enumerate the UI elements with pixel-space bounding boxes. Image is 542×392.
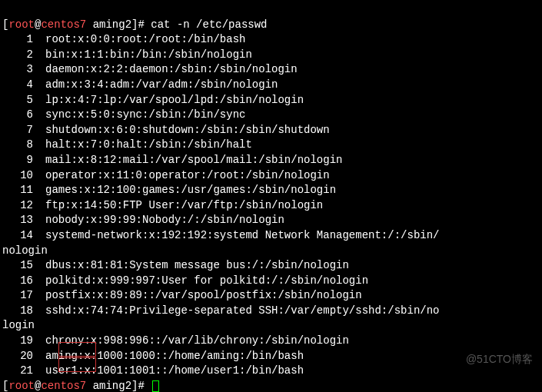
wrapped-line: login: [2, 318, 540, 334]
output-line: 1root:x:0:0:root:/root:/bin/bash: [2, 32, 540, 48]
line-number: 7: [2, 123, 45, 138]
line-number: 10: [2, 168, 45, 184]
line-content: root:x:0:0:root:/root:/bin/bash: [45, 33, 245, 45]
line-content: sshd:x:74:74:Privilege-separated SSH:/va…: [45, 304, 439, 317]
line-number: 14: [2, 228, 45, 244]
line-number: 20: [2, 349, 45, 364]
wrapped-line: nologin: [2, 244, 540, 259]
watermark: @51CTO博客: [466, 352, 533, 367]
line-number: 21: [2, 364, 45, 379]
line-content: ftp:x:14:50:FTP User:/var/ftp:/sbin/nolo…: [45, 199, 323, 211]
output-line: 19chrony:x:998:996::/var/lib/chrony:/sbi…: [2, 334, 540, 349]
line-number: 11: [2, 183, 45, 198]
output-line: 21user1:x:1001:1001::/home/user1:/bin/ba…: [2, 364, 540, 379]
prompt-line: [root@centos7 aming2]# cat -n /etc/passw…: [2, 18, 540, 33]
line-number: 2: [2, 48, 45, 63]
line-content: user1:x:1001:1001::/home/user1:/bin/bash: [45, 364, 304, 377]
output-line: 12ftp:x:14:50:FTP User:/var/ftp:/sbin/no…: [2, 198, 540, 214]
line-content: nobody:x:99:99:Nobody:/:/sbin/nologin: [45, 214, 284, 226]
line-content: chrony:x:998:996::/var/lib/chrony:/sbin/…: [45, 334, 349, 347]
line-number: 1: [2, 32, 45, 48]
line-content: sync:x:5:0:sync:/sbin:/bin/sync: [45, 108, 245, 121]
output-line: 6sync:x:5:0:sync:/sbin:/bin/sync: [2, 108, 540, 123]
output-line: 16polkitd:x:999:997:User for polkitd:/:/…: [2, 274, 540, 289]
output-line: 11games:x:12:100:games:/usr/games:/sbin/…: [2, 183, 540, 198]
line-number: 5: [2, 93, 45, 108]
line-number: 9: [2, 153, 45, 168]
line-content: aming:x:1000:1000::/home/aming:/bin/bash: [45, 350, 304, 362]
line-content: dbus:x:81:81:System message bus:/:/sbin/…: [45, 259, 349, 271]
line-number: 18: [2, 304, 45, 319]
line-number: 4: [2, 78, 45, 93]
line-number: 8: [2, 138, 45, 153]
output-line: 9mail:x:8:12:mail:/var/spool/mail:/sbin/…: [2, 153, 540, 168]
output-line: 8halt:x:7:0:halt:/sbin:/sbin/halt: [2, 138, 540, 153]
line-content: lp:x:4:7:lp:/var/spool/lpd:/sbin/nologin: [45, 94, 304, 106]
output-line: 3daemon:x:2:2:daemon:/sbin:/sbin/nologin: [2, 62, 540, 78]
terminal-output[interactable]: [root@centos7 aming2]# cat -n /etc/passw…: [2, 2, 540, 392]
line-content: games:x:12:100:games:/usr/games:/sbin/no…: [45, 184, 336, 196]
output-line: 7shutdown:x:6:0:shutdown:/sbin:/sbin/shu…: [2, 123, 540, 138]
line-content: bin:x:1:1:bin:/bin:/sbin/nologin: [45, 48, 252, 61]
line-content: adm:x:3:4:adm:/var/adm:/sbin/nologin: [45, 78, 278, 91]
output-line: 15dbus:x:81:81:System message bus:/:/sbi…: [2, 258, 540, 274]
line-number: 3: [2, 62, 45, 78]
line-number: 16: [2, 274, 45, 289]
line-content: shutdown:x:6:0:shutdown:/sbin:/sbin/shut…: [45, 124, 330, 136]
line-content: daemon:x:2:2:daemon:/sbin:/sbin/nologin: [45, 63, 298, 75]
line-number: 13: [2, 213, 45, 228]
output-line: 4adm:x:3:4:adm:/var/adm:/sbin/nologin: [2, 78, 540, 93]
output-line: 17postfix:x:89:89::/var/spool/postfix:/s…: [2, 288, 540, 304]
output-line: 20aming:x:1000:1000::/home/aming:/bin/ba…: [2, 349, 540, 364]
command-text: cat -n /etc/passwd: [151, 18, 267, 31]
line-number: 17: [2, 288, 45, 304]
line-content: operator:x:11:0:operator:/root:/sbin/nol…: [45, 169, 330, 181]
line-content: systemd-network:x:192:192:systemd Networ…: [45, 229, 439, 241]
output-line: 2bin:x:1:1:bin:/bin:/sbin/nologin: [2, 48, 540, 63]
line-number: 19: [2, 334, 45, 349]
output-line: 13nobody:x:99:99:Nobody:/:/sbin/nologin: [2, 213, 540, 228]
line-number: 15: [2, 258, 45, 274]
line-content: mail:x:8:12:mail:/var/spool/mail:/sbin/n…: [45, 154, 342, 166]
line-number: 6: [2, 108, 45, 123]
line-number: 12: [2, 198, 45, 214]
output-line: 18sshd:x:74:74:Privilege-separated SSH:/…: [2, 304, 540, 319]
output-line: 10operator:x:11:0:operator:/root:/sbin/n…: [2, 168, 540, 184]
output-line: 5lp:x:4:7:lp:/var/spool/lpd:/sbin/nologi…: [2, 93, 540, 108]
cursor: [152, 380, 159, 392]
line-content: polkitd:x:999:997:User for polkitd:/:/sb…: [45, 274, 368, 287]
line-content: halt:x:7:0:halt:/sbin:/sbin/halt: [45, 138, 252, 151]
prompt-line-end: [root@centos7 aming2]#: [2, 379, 540, 392]
output-line: 14systemd-network:x:192:192:systemd Netw…: [2, 228, 540, 244]
line-content: postfix:x:89:89::/var/spool/postfix:/sbi…: [45, 289, 362, 301]
